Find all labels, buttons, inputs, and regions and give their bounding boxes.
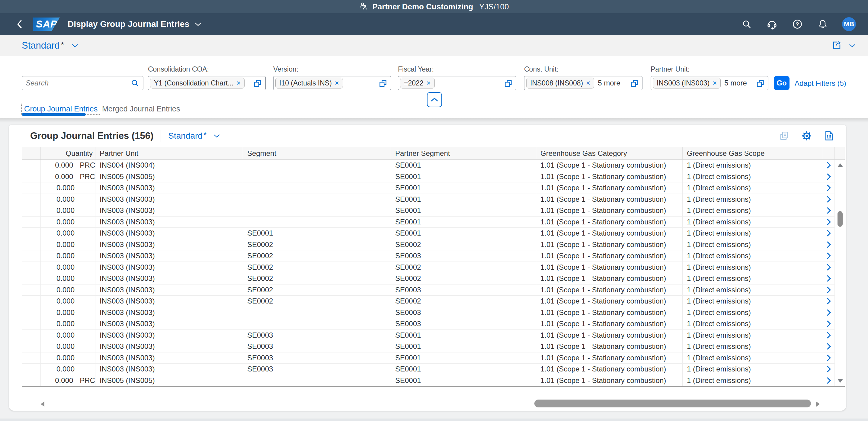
value-help-icon[interactable] [253,79,262,89]
row-nav-chevron-icon[interactable] [823,216,835,228]
filter-field[interactable]: INS008 (INS008) × 5 more [524,76,643,90]
export-to-spreadsheet-icon[interactable] [823,130,835,142]
headset-icon[interactable] [766,18,778,30]
filter-field[interactable]: =2022 × [398,76,516,90]
search-icon[interactable] [741,18,753,30]
row-nav-chevron-icon[interactable] [823,318,835,330]
row-nav-chevron-icon[interactable] [823,341,835,352]
scroll-left-icon[interactable] [41,401,44,407]
horizontal-scrollbar[interactable] [23,399,826,408]
share-icon[interactable] [832,40,842,51]
row-nav-chevron-icon[interactable] [823,160,835,171]
row-nav-chevron-icon[interactable] [823,353,835,364]
table-row[interactable]: 0.000 INS003 (INS003) SE0003 SE0001 1.01… [22,353,845,364]
token-close-icon[interactable]: × [586,79,590,87]
row-nav-chevron-icon[interactable] [823,250,835,262]
table-row[interactable]: 0.000 INS003 (INS003) SE0003 1.01 (Scope… [22,307,845,319]
row-nav-chevron-icon[interactable] [823,171,835,182]
table-row[interactable]: 0.000 INS003 (INS003) SE0001 SE0001 1.01… [22,228,845,239]
table-row[interactable]: 0.000 INS003 (INS003) SE0003 SE0001 1.01… [22,330,845,341]
token-close-icon[interactable]: × [237,79,241,87]
row-nav-chevron-icon[interactable] [823,262,835,273]
table-row[interactable]: 0.000 INS003 (INS003) SE0002 SE0002 1.01… [22,239,845,251]
tab-merged-journal-entries[interactable]: Merged Journal Entries [100,103,182,115]
table-row[interactable]: 0.000 INS003 (INS003) SE0001 1.01 (Scope… [22,194,845,205]
row-selector-cell [22,341,41,352]
settings-icon[interactable] [801,130,813,142]
scroll-up-icon[interactable] [838,163,843,167]
adapt-filters-link[interactable]: Adapt Filters (5) [795,79,846,88]
column-header-greenhouse-gas-category[interactable]: Greenhouse Gas Category [536,147,683,159]
table-row[interactable]: 0.000 PRC INS005 (INS005) SE0001 1.01 (S… [22,375,845,387]
table-row[interactable]: 0.000 INS003 (INS003) SE0003 SE0001 1.01… [22,364,845,375]
ghg-category-cell: 1.01 (Scope 1 - Stationary combustion) [536,341,683,352]
row-nav-chevron-icon[interactable] [823,239,835,250]
tab-group-journal-entries[interactable]: Group Journal Entries [22,103,100,115]
table-row[interactable]: 0.000 INS003 (INS003) SE0001 1.01 (Scope… [22,216,845,228]
bell-icon[interactable] [817,18,829,30]
avatar[interactable]: MB [842,17,856,31]
column-header-partner-segment[interactable]: Partner Segment [391,147,536,159]
go-button[interactable]: Go [774,76,789,90]
column-header-selector[interactable] [22,147,41,159]
filter-field[interactable]: INS003 (INS003) × 5 more [651,76,768,90]
column-header-partner-unit[interactable]: Partner Unit [95,147,243,159]
copy-icon[interactable] [778,130,790,142]
chevron-down-icon[interactable] [849,43,856,48]
row-nav-chevron-icon[interactable] [823,307,835,318]
row-nav-chevron-icon[interactable] [823,375,835,386]
column-header-quantity[interactable]: Quantity [41,147,95,159]
filter-token-text: =2022 [404,79,424,87]
horizontal-scrollbar-thumb[interactable] [534,399,811,408]
table-row[interactable]: 0.000 INS003 (INS003) SE0002 SE0002 1.01… [22,273,845,284]
row-nav-chevron-icon[interactable] [823,364,835,375]
row-nav-chevron-icon[interactable] [823,330,835,341]
vertical-scrollbar[interactable] [835,160,845,386]
app-title[interactable]: Display Group Journal Entries [68,19,202,29]
table-row[interactable]: 0.000 INS003 (INS003) SE0001 1.01 (Scope… [22,182,845,194]
row-nav-chevron-icon[interactable] [823,194,835,205]
table-row[interactable]: 0.000 PRC INS005 (INS005) SE0001 1.01 (S… [22,171,845,183]
row-nav-chevron-icon[interactable] [823,273,835,284]
value-help-icon[interactable] [379,79,388,89]
table-row[interactable]: 0.000 INS003 (INS003) SE0003 SE0001 1.01… [22,341,845,353]
row-nav-chevron-icon[interactable] [823,228,835,239]
value-help-icon[interactable] [756,79,765,89]
table-variant-selector[interactable]: Standard * [168,131,220,141]
row-nav-chevron-icon[interactable] [823,205,835,216]
value-help-icon[interactable] [504,79,513,89]
token-close-icon[interactable]: × [335,79,339,87]
ghg-category-cell: 1.01 (Scope 1 - Stationary combustion) [536,364,683,375]
ghg-scope-cell: 1 (Direct emissions) [683,341,823,352]
token-close-icon[interactable]: × [427,79,431,87]
search-icon[interactable] [130,79,140,88]
search-input[interactable] [26,79,130,87]
value-help-icon[interactable] [630,79,639,89]
scroll-right-icon[interactable] [816,401,820,407]
table-row[interactable]: 0.000 INS003 (INS003) SE0002 SE0002 1.01… [22,296,845,307]
token-close-icon[interactable]: × [713,79,717,87]
vertical-scrollbar-thumb[interactable] [838,211,843,227]
help-icon[interactable]: ? [791,18,803,30]
table-row[interactable]: 0.000 INS003 (INS003) SE0002 SE0003 1.01… [22,284,845,296]
chevron-down-icon [194,22,202,27]
column-header-greenhouse-gas-scope[interactable]: Greenhouse Gas Scope [683,147,823,159]
table-row[interactable]: 0.000 INS003 (INS003) SE0002 SE0003 1.01… [22,250,845,262]
row-nav-chevron-icon[interactable] [823,296,835,307]
filter-field[interactable]: I10 (Actuals INS) × [273,76,391,90]
sap-logo[interactable]: SAP [33,18,60,31]
row-nav-chevron-icon[interactable] [823,284,835,296]
page-variant-selector[interactable]: Standard * [22,40,79,51]
scroll-down-icon[interactable] [838,379,843,383]
table-row[interactable]: 0.000 INS003 (INS003) SE0001 1.01 (Scope… [22,205,845,216]
collapse-header-button[interactable] [427,92,442,107]
table-row[interactable]: 0.000 PRC INS004 (INS004) SE0001 1.01 (S… [22,160,845,171]
column-header-segment[interactable]: Segment [243,147,391,159]
row-nav-chevron-icon[interactable] [823,182,835,193]
filter-field[interactable]: Y1 (Consolidation Chart... × [148,76,266,90]
table-row[interactable]: 0.000 INS003 (INS003) SE0002 SE0002 1.01… [22,262,845,273]
segment-cell [243,307,391,318]
back-icon[interactable] [9,19,30,29]
search-field[interactable] [22,76,144,90]
table-row[interactable]: 0.000 INS003 (INS003) SE0003 1.01 (Scope… [22,318,845,330]
